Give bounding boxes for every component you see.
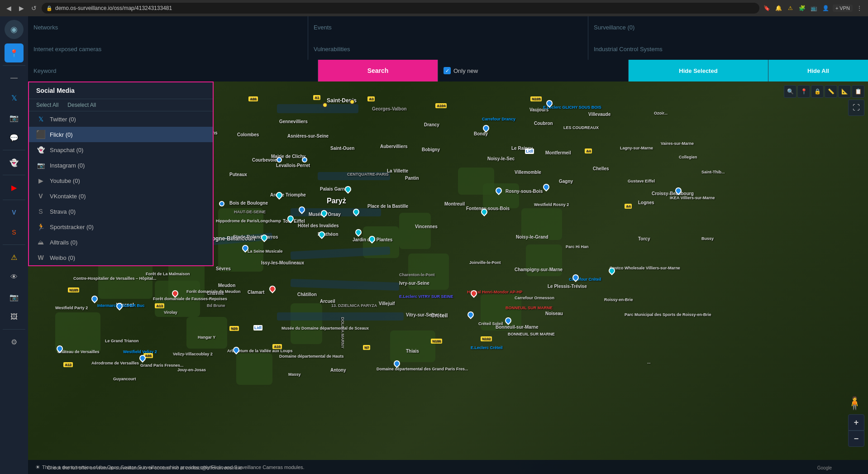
zoom-in-button[interactable]: + xyxy=(848,414,864,431)
park-rosny2 xyxy=(483,183,519,208)
social-item-strava[interactable]: S Strava (0) xyxy=(29,204,213,219)
social-media-controls: Select All Deselect All xyxy=(29,99,213,111)
park-domaine-meudon xyxy=(186,317,227,349)
select-all-button[interactable]: Select All xyxy=(36,102,58,108)
cameras-input[interactable] xyxy=(33,46,302,53)
only-new-label: Only new xyxy=(453,67,478,74)
twitter-icon: 𝕏 xyxy=(36,115,45,124)
browser-back[interactable]: ◀ xyxy=(4,3,14,13)
map-tool-pin[interactable]: 📍 xyxy=(797,85,810,98)
vkontakte-icon: V xyxy=(36,192,45,201)
extensions-icon[interactable]: 🧩 xyxy=(797,3,807,13)
events-input[interactable] xyxy=(314,24,582,31)
social-item-flickr[interactable]: ⬛ Flickr (0) xyxy=(29,127,213,142)
park-bois-coteaux xyxy=(521,208,562,240)
vulnerabilities-section xyxy=(308,38,588,60)
left-sidebar: ◉ 📍 — 𝕏 📷 💬 👻 ▶ V S ⚠ 👁 📷 🖼 ⚙ xyxy=(0,16,28,474)
sidebar-item-camera1[interactable]: 📷 xyxy=(5,287,24,306)
sidebar-item-settings[interactable]: ⚙ xyxy=(5,332,24,351)
hide-selected-button[interactable]: Hide Selected xyxy=(629,60,768,81)
strava-icon: S xyxy=(36,207,45,216)
only-new-checkbox[interactable]: ✓ xyxy=(444,67,451,74)
sidebar-item-strava[interactable]: S xyxy=(5,223,24,242)
sidebar-item-alerts[interactable]: ⚠ xyxy=(5,248,24,267)
ics-label: Industrial Control Systems xyxy=(594,46,663,53)
notification-icon[interactable]: 🔔 xyxy=(774,3,784,13)
map-tool-clipboard[interactable]: 📋 xyxy=(852,85,864,98)
map-tool-row: 🔍 📍 🔒 📏 📐 📋 xyxy=(784,85,864,98)
screen-cast-icon[interactable]: 📺 xyxy=(809,3,819,13)
alltrails-icon: ⛰ xyxy=(36,238,45,247)
sidebar-divider-1 xyxy=(3,65,25,66)
social-item-snapchat[interactable]: 👻 Snapchat (0) xyxy=(29,142,213,158)
sidebar-item-watch[interactable]: 👁 xyxy=(5,268,24,287)
shield-icon[interactable]: ⚠ xyxy=(786,3,796,13)
bottom-info-bar: ☀ This is a demo version of the Open Sou… xyxy=(28,460,868,474)
flickr-icon: ⬛ xyxy=(36,130,45,139)
top-toolbar: Surveillance (0) Industrial Control Syst… xyxy=(28,16,868,81)
social-item-instagram[interactable]: 📷 Instagram (0) xyxy=(29,158,213,173)
deselect-all-button[interactable]: Deselect All xyxy=(67,102,96,108)
app-logo: ◉ xyxy=(5,20,24,39)
sidebar-item-map[interactable]: 📍 xyxy=(5,43,24,62)
social-item-youtube-label: Youtube (0) xyxy=(50,177,80,184)
map-tool-search[interactable]: 🔍 xyxy=(784,85,796,98)
youtube-icon: ▶ xyxy=(36,176,45,185)
keyword-input[interactable] xyxy=(33,67,312,74)
park-domaine-sceaux xyxy=(291,303,322,344)
park-arboretum xyxy=(236,353,272,385)
instagram-icon: 📷 xyxy=(36,161,45,170)
sidebar-item-photos[interactable]: 🖼 xyxy=(5,307,24,326)
park-tremblay xyxy=(481,294,521,330)
social-item-weibo[interactable]: W Weibo (0) xyxy=(29,250,213,265)
profile-icon[interactable]: 👤 xyxy=(821,3,831,13)
browser-reload[interactable]: ↺ xyxy=(29,3,39,13)
zoom-out-button[interactable]: − xyxy=(848,431,864,447)
park-fausses xyxy=(155,281,200,317)
snapchat-icon: 👻 xyxy=(36,145,45,154)
sidebar-item-messages[interactable]: 💬 xyxy=(5,128,24,147)
river-seine1 xyxy=(318,172,390,180)
only-new-checkbox-label[interactable]: ✓ Only new xyxy=(444,67,478,74)
ics-section: Industrial Control Systems xyxy=(588,38,868,60)
street-view-person[interactable]: 🧍 xyxy=(847,396,863,411)
social-item-twitter-label: Twitter (0) xyxy=(50,116,76,123)
park-vincennes1 xyxy=(399,213,431,249)
social-item-youtube[interactable]: ▶ Youtube (0) xyxy=(29,173,213,188)
social-media-title: Social Media xyxy=(36,87,75,94)
bookmark-icon[interactable]: 🔖 xyxy=(762,3,772,13)
social-item-flickr-label: Flickr (0) xyxy=(50,131,73,138)
hide-all-button[interactable]: Hide All xyxy=(768,60,868,81)
sidebar-item-instagram[interactable]: 📷 xyxy=(5,108,24,127)
map-tool-angle[interactable]: 📐 xyxy=(838,85,851,98)
map-tool-lock[interactable]: 🔒 xyxy=(811,85,824,98)
sidebar-item-youtube[interactable]: ▶ xyxy=(5,178,24,197)
menu-icon[interactable]: ⋮ xyxy=(854,3,864,13)
search-row: Search ✓ Only new Hide Selected Hide All xyxy=(28,60,868,81)
vpn-badge[interactable]: + VPN xyxy=(833,5,853,12)
sidebar-item-vkontakte[interactable]: V xyxy=(5,203,24,222)
bottom-info-text: This is a demo version of the Open Sourc… xyxy=(42,464,305,471)
sidebar-item-snapchat[interactable]: 👻 xyxy=(5,153,24,172)
social-item-alltrails[interactable]: ⛰ Alltrails (0) xyxy=(29,235,213,250)
search-button[interactable]: Search xyxy=(318,60,438,81)
social-item-sportstracker[interactable]: 🏃 Sportstracker (0) xyxy=(29,219,213,235)
sidebar-divider-6 xyxy=(3,329,25,330)
social-item-vkontakte-label: VKontakte (0) xyxy=(50,193,86,200)
weibo-icon: W xyxy=(36,253,45,262)
map-tool-measure[interactable]: 📏 xyxy=(825,85,837,98)
park-national-marly xyxy=(98,263,153,299)
social-item-vkontakte[interactable]: V VKontakte (0) xyxy=(29,188,213,204)
social-item-strava-label: Strava (0) xyxy=(50,208,76,215)
sidebar-item-twitter[interactable]: 𝕏 xyxy=(5,88,24,107)
keyword-section xyxy=(28,60,318,81)
zoom-controls: + − xyxy=(848,414,864,447)
sidebar-item-minus1[interactable]: — xyxy=(5,68,24,87)
social-item-snapchat-label: Snapchat (0) xyxy=(50,147,83,153)
browser-forward[interactable]: ▶ xyxy=(16,3,26,13)
river-north xyxy=(277,104,358,113)
vulnerabilities-input[interactable] xyxy=(314,46,582,53)
map-expand-btn[interactable]: ⛶ xyxy=(848,100,864,116)
networks-input[interactable] xyxy=(33,24,302,31)
social-item-twitter[interactable]: 𝕏 Twitter (0) xyxy=(29,111,213,127)
